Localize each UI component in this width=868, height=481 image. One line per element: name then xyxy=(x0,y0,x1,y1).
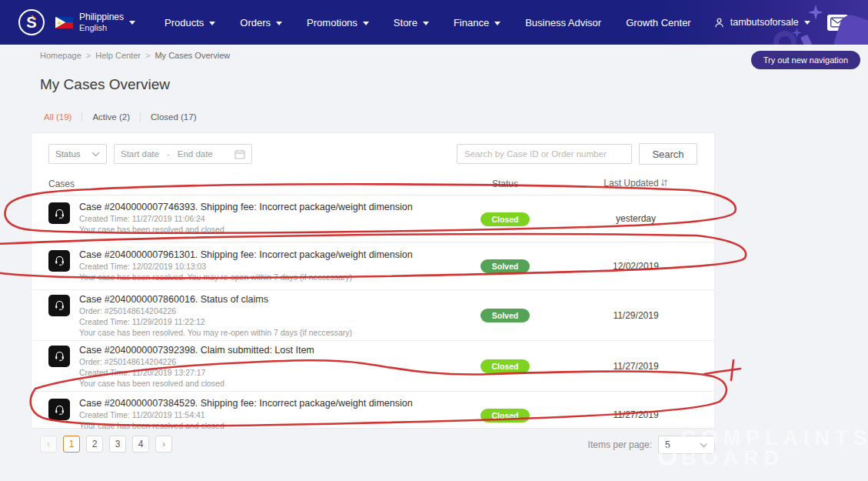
envelope-icon xyxy=(830,17,845,28)
case-row[interactable]: Case #2040000007384529. Shipping fee: In… xyxy=(32,392,714,438)
nav-item-orders[interactable]: Orders xyxy=(228,17,294,28)
status-badge: Solved xyxy=(481,309,530,322)
chevron-down-icon xyxy=(209,22,215,25)
top-navbar: S Philippines English Products Orders Pr… xyxy=(0,0,868,45)
case-created-time: Created Time: 11/27/2019 11:06:24 xyxy=(79,213,413,224)
case-row[interactable]: Case #2040000007961301. Shipping fee: In… xyxy=(32,242,714,290)
case-order-number: Order: #250148614204226 xyxy=(79,356,314,367)
username: tambutsoforsale xyxy=(730,17,799,28)
end-date-placeholder: End date xyxy=(178,149,213,159)
user-menu[interactable]: tambutsoforsale xyxy=(713,16,810,29)
region-country: Philippines xyxy=(79,12,124,23)
navbar-right: tambutsoforsale xyxy=(713,15,848,31)
headset-icon xyxy=(48,295,70,316)
mail-button[interactable] xyxy=(827,15,848,31)
breadcrumb: Homepage>Help Center>My Cases Overview xyxy=(40,51,230,60)
tab-active[interactable]: Active (2) xyxy=(82,112,141,122)
last-updated-value: 11/29/2019 xyxy=(574,310,697,321)
case-created-time: Created Time: 11/20/2019 11:54:41 xyxy=(79,409,413,420)
case-row[interactable]: Case #2040000007860016. Status of claims… xyxy=(32,290,714,341)
pagination: ‹ 1 2 3 4 › xyxy=(40,436,172,453)
case-title[interactable]: Case #2040000007746393. Shipping fee: In… xyxy=(79,201,413,213)
case-title[interactable]: Case #2040000007384529. Shipping fee: In… xyxy=(79,397,413,409)
region-language: English xyxy=(79,23,124,34)
header-status: Status xyxy=(436,179,574,189)
chevron-down-icon xyxy=(423,22,429,25)
case-created-time: Created Time: 12/02/2019 10:13:03 xyxy=(79,261,413,272)
breadcrumb-help-center[interactable]: Help Center xyxy=(95,51,141,60)
status-badge: Closed xyxy=(481,359,530,373)
filter-row: Status Start date - End date Search xyxy=(32,133,714,171)
breadcrumb-homepage[interactable]: Homepage xyxy=(40,51,81,60)
try-new-navigation-button[interactable]: Try out new navigation xyxy=(751,51,860,69)
chevron-down-icon xyxy=(363,22,369,25)
items-per-page-label: Items per page: xyxy=(588,439,652,450)
case-row[interactable]: Case #2040000007746393. Shipping fee: In… xyxy=(32,195,714,242)
case-note: Your case has been resolved. You may re-… xyxy=(79,272,413,282)
chevron-down-icon xyxy=(700,443,708,448)
headset-icon xyxy=(48,399,70,420)
chevron-down-icon xyxy=(91,152,100,157)
date-range-picker[interactable]: Start date - End date xyxy=(114,144,252,164)
last-updated-value: 11/27/2019 xyxy=(574,409,697,420)
nav-item-store[interactable]: Store xyxy=(381,17,441,28)
header-cases: Cases xyxy=(48,179,436,189)
items-per-page-select[interactable]: 5 xyxy=(658,436,715,454)
calendar-icon xyxy=(234,149,245,159)
headset-icon xyxy=(48,202,70,224)
case-title[interactable]: Case #2040000007392398. Claim submitted:… xyxy=(79,344,314,356)
table-header: Cases Status Last Updated xyxy=(32,171,714,195)
case-note: Your case has been resolved and closed xyxy=(79,224,413,235)
my-cases-overview-page: { "navbar": { "logo_letter": "S", "regio… xyxy=(0,0,868,481)
case-row[interactable]: Case #2040000007392398. Claim submitted:… xyxy=(32,341,714,392)
pagination-next-button[interactable]: › xyxy=(155,436,172,453)
header-last-updated[interactable]: Last Updated xyxy=(574,178,697,189)
case-order-number: Order: #250148614204226 xyxy=(79,306,352,316)
start-date-placeholder: Start date xyxy=(121,149,159,159)
headset-icon xyxy=(48,346,70,367)
case-created-time: Created Time: 11/29/2019 11:22:12 xyxy=(79,316,352,327)
status-badge: Closed xyxy=(481,409,530,423)
nav-item-business-advisor[interactable]: Business Advisor xyxy=(513,17,614,28)
sort-arrows-icon[interactable] xyxy=(660,179,668,189)
pagination-page-1[interactable]: 1 xyxy=(63,436,80,453)
page-title: My Cases Overview xyxy=(40,76,170,93)
search-button[interactable]: Search xyxy=(639,143,697,165)
nav-item-promotions[interactable]: Promotions xyxy=(294,17,381,28)
case-created-time: Created Time: 11/20/2019 13:27:17 xyxy=(79,367,314,378)
last-updated-value: 11/27/2019 xyxy=(574,361,697,372)
user-icon xyxy=(713,16,726,29)
pagination-page-3[interactable]: 3 xyxy=(109,436,126,453)
items-per-page: Items per page: 5 xyxy=(588,436,715,454)
status-filter-select[interactable]: Status xyxy=(48,144,107,164)
pagination-prev-button[interactable]: ‹ xyxy=(40,436,57,453)
nav-item-finance[interactable]: Finance xyxy=(441,17,513,28)
tab-closed[interactable]: Closed (17) xyxy=(141,112,206,122)
case-note: Your case has been resolved. You may re-… xyxy=(79,327,352,338)
nav-item-growth-center[interactable]: Growth Center xyxy=(614,17,703,28)
last-updated-value: yesterday xyxy=(574,213,697,224)
red-tick-right xyxy=(731,360,733,380)
decorative-shape xyxy=(800,35,813,45)
pagination-page-4[interactable]: 4 xyxy=(132,436,149,453)
region-language-selector[interactable]: Philippines English xyxy=(79,12,124,34)
status-badge: Closed xyxy=(481,212,530,226)
headset-icon xyxy=(48,250,70,272)
seller-center-logo[interactable]: S xyxy=(18,9,45,35)
search-input[interactable] xyxy=(457,144,632,164)
case-title[interactable]: Case #2040000007961301. Shipping fee: In… xyxy=(79,249,413,261)
pagination-page-2[interactable]: 2 xyxy=(86,436,103,453)
cases-card: Status Start date - End date Search Case… xyxy=(31,132,715,429)
nav-menu: Products Orders Promotions Store Finance… xyxy=(152,17,703,28)
nav-item-products[interactable]: Products xyxy=(152,17,228,28)
philippines-flag-icon xyxy=(55,17,73,28)
chevron-down-icon xyxy=(804,21,810,25)
tab-all[interactable]: All (19) xyxy=(44,112,82,122)
status-badge: Solved xyxy=(481,259,530,273)
chevron-down-icon xyxy=(276,22,282,25)
breadcrumb-current: My Cases Overview xyxy=(155,51,230,60)
case-note: Your case has been resolved and closed xyxy=(79,420,413,431)
case-filter-tabs: All (19) Active (2) Closed (17) xyxy=(44,112,206,122)
case-title[interactable]: Case #2040000007860016. Status of claims xyxy=(79,293,352,306)
decorative-shape xyxy=(773,31,796,45)
